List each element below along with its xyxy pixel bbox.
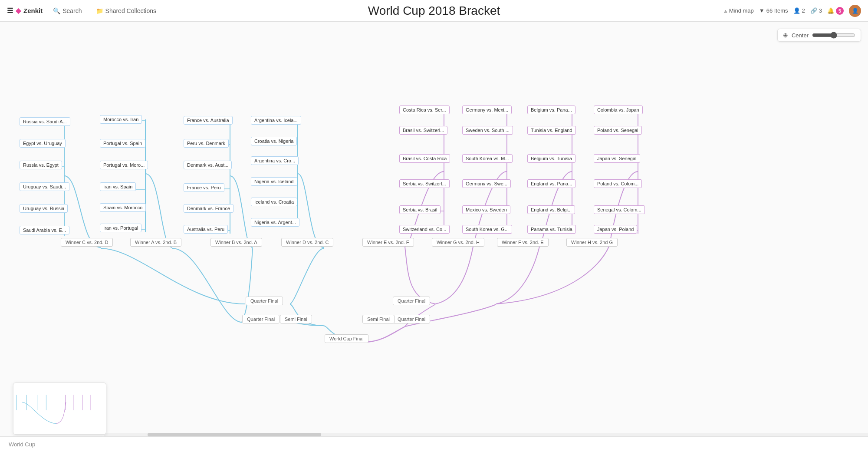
- stage-node[interactable]: Winner F vs. 2nd. E: [497, 238, 549, 247]
- page-title: World Cup 2018 Bracket: [368, 4, 500, 18]
- members-button[interactable]: 👤 2: [793, 7, 805, 14]
- match-node[interactable]: Japan vs. Poland: [594, 225, 637, 234]
- zoom-slider[interactable]: [812, 32, 855, 39]
- stage-node[interactable]: Winner G vs. 2nd. H: [432, 238, 484, 247]
- match-node[interactable]: Portugal vs. Spain: [100, 139, 145, 148]
- match-node[interactable]: Uruguay vs. Saudi...: [20, 182, 69, 191]
- stage-node[interactable]: Winner E vs. 2nd. F: [362, 238, 414, 247]
- hamburger-icon[interactable]: ☰: [7, 7, 13, 15]
- match-node[interactable]: England vs. Belgi...: [527, 205, 575, 214]
- topbar: ☰ ◆ Zenkit 🔍 Search 📁 Shared Collections…: [0, 0, 868, 22]
- breadcrumb-bar: World Cup: [0, 436, 868, 452]
- stage-node[interactable]: Semi Final: [362, 315, 395, 323]
- folder-icon: 📁: [96, 7, 103, 14]
- match-node[interactable]: Iceland vs. Croatia: [251, 198, 297, 206]
- collections-label: Shared Collections: [105, 7, 157, 14]
- match-node[interactable]: Switzerland vs. Co...: [399, 225, 450, 234]
- match-node[interactable]: Egypt vs. Uruguay: [20, 139, 66, 148]
- stage-node[interactable]: Quarter Final: [242, 315, 279, 323]
- match-node[interactable]: Belgium vs. Pana...: [527, 106, 575, 114]
- mindmap[interactable]: Russia vs. Saudi A... Egypt vs. Uruguay …: [0, 48, 868, 452]
- match-node[interactable]: Saudi Arabia vs. E...: [20, 226, 69, 234]
- collections-button[interactable]: 📁 Shared Collections: [92, 6, 160, 16]
- stage-node[interactable]: Semi Final: [280, 315, 312, 323]
- gem-icon: ◆: [16, 7, 21, 15]
- match-node[interactable]: Brasil vs. Switzerl...: [399, 126, 447, 135]
- breadcrumb[interactable]: World Cup: [9, 441, 35, 448]
- match-node[interactable]: Nigeria vs. Argent...: [251, 218, 299, 227]
- match-node[interactable]: Spain vs. Morocco: [100, 203, 146, 212]
- match-node[interactable]: France vs. Peru: [184, 183, 224, 192]
- match-node[interactable]: France vs. Australia: [184, 116, 233, 125]
- match-node[interactable]: Poland vs. Senegal: [594, 126, 642, 135]
- stage-node[interactable]: Winner C vs. 2nd. D: [61, 238, 113, 247]
- match-node[interactable]: Uruguay vs. Russia: [20, 204, 68, 213]
- match-node[interactable]: Croatia vs. Nigeria: [251, 137, 297, 145]
- canvas-toolbar: ⊕ Center: [777, 29, 861, 42]
- match-node[interactable]: South Korea vs. G...: [462, 225, 512, 234]
- match-node[interactable]: Iran vs. Portugal: [100, 224, 141, 232]
- match-node[interactable]: Morocco vs. Iran: [100, 115, 142, 124]
- match-node[interactable]: Serbia vs. Switzerl...: [399, 179, 450, 188]
- match-node[interactable]: England vs. Pana...: [527, 179, 575, 188]
- match-node[interactable]: Denmark vs. Aust...: [184, 161, 232, 169]
- match-node[interactable]: Senegal vs. Colom...: [594, 205, 645, 214]
- view-mode-button[interactable]: ⟁ Mind map: [724, 7, 754, 14]
- links-count: 3: [819, 7, 822, 14]
- stage-node[interactable]: Quarter Final: [246, 297, 283, 305]
- stage-node[interactable]: Quarter Final: [393, 315, 430, 323]
- canvas-area[interactable]: ⊕ Center: [0, 22, 868, 452]
- match-node[interactable]: Iran vs. Spain: [100, 182, 136, 191]
- members-count: 2: [802, 7, 805, 14]
- stage-node[interactable]: Quarter Final: [393, 297, 430, 305]
- minimap: [13, 383, 106, 435]
- match-node[interactable]: Belgium vs. Tunisia: [527, 154, 575, 163]
- stage-node[interactable]: Winner A vs. 2nd. B: [130, 238, 181, 247]
- zoom-control[interactable]: [812, 32, 855, 39]
- match-node[interactable]: Nigeria vs. Iceland: [251, 177, 297, 186]
- mindmap-icon: ⟁: [724, 7, 727, 14]
- stage-node[interactable]: Winner B vs. 2nd. A: [210, 238, 262, 247]
- match-node[interactable]: Russia vs. Saudi A...: [20, 117, 70, 126]
- filter-button[interactable]: ▼ 66 Items: [759, 7, 788, 14]
- links-button[interactable]: 🔗 3: [810, 7, 822, 14]
- topbar-right: ⟁ Mind map ▼ 66 Items 👤 2 🔗 3 🔔 5 👤: [724, 5, 861, 17]
- bell-icon: 🔔: [827, 7, 834, 14]
- match-node[interactable]: Russia vs. Egypt: [20, 161, 62, 169]
- match-node[interactable]: Serbia vs. Brasil: [399, 205, 441, 214]
- match-node[interactable]: Panama vs. Tunisia: [527, 225, 576, 234]
- search-label: Search: [62, 7, 82, 14]
- stage-node[interactable]: Winner D vs. 2nd. C: [281, 238, 333, 247]
- center-icon: ⊕: [783, 32, 788, 39]
- match-node[interactable]: Mexico vs. Sweden: [462, 205, 510, 214]
- app-name: Zenkit: [23, 7, 43, 14]
- match-node[interactable]: Germany vs. Swe...: [462, 179, 511, 188]
- filter-icon: ▼: [759, 7, 765, 14]
- match-node[interactable]: Tunisia vs. England: [527, 126, 576, 135]
- match-node[interactable]: Denmark vs. France: [184, 204, 233, 213]
- members-icon: 👤: [793, 7, 800, 14]
- match-node[interactable]: Brasil vs. Costa Rica: [399, 154, 450, 163]
- match-node[interactable]: Costa Rica vs. Ser...: [399, 106, 450, 114]
- match-node[interactable]: South Korea vs. M...: [462, 154, 513, 163]
- notifications-button[interactable]: 🔔 5: [827, 7, 844, 15]
- match-node[interactable]: Poland vs. Colom...: [594, 179, 642, 188]
- match-node[interactable]: Sweden vs. South ...: [462, 126, 513, 135]
- match-node[interactable]: Colombia vs. Japan: [594, 106, 643, 114]
- avatar[interactable]: 👤: [849, 5, 861, 17]
- search-icon: 🔍: [53, 7, 60, 14]
- app-logo[interactable]: ☰ ◆ Zenkit: [7, 7, 43, 15]
- world-cup-final-node[interactable]: World Cup Final: [325, 334, 368, 343]
- match-node[interactable]: Portugal vs. Moro...: [100, 161, 148, 169]
- topbar-left: ☰ ◆ Zenkit 🔍 Search 📁 Shared Collections: [7, 6, 160, 16]
- notification-badge: 5: [836, 7, 844, 15]
- match-node[interactable]: Argentina vs. Cro...: [251, 156, 299, 165]
- match-node[interactable]: Argentina vs. Icela...: [251, 116, 301, 125]
- items-count: 66 Items: [766, 7, 788, 14]
- stage-node[interactable]: Winner H vs. 2nd G: [566, 238, 618, 247]
- match-node[interactable]: Germany vs. Mexi...: [462, 106, 512, 114]
- match-node[interactable]: Australia vs. Peru: [184, 225, 228, 234]
- match-node[interactable]: Japan vs. Senegal: [594, 154, 640, 163]
- search-button[interactable]: 🔍 Search: [49, 6, 85, 16]
- match-node[interactable]: Peru vs. Denmark: [184, 139, 229, 148]
